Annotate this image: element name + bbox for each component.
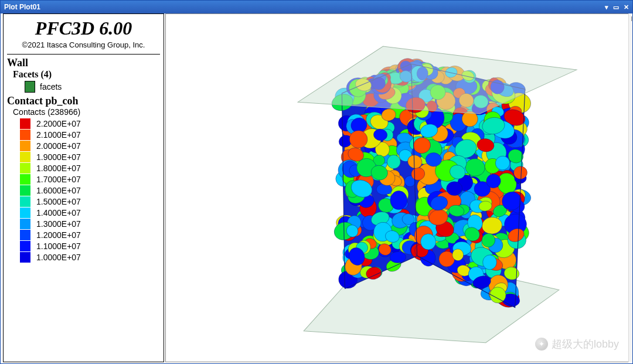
legend-row: 1.1000E+07 [20,240,160,251]
legend-row: 2.1000E+07 [20,129,160,140]
legend-row: 1.5000E+07 [20,196,160,207]
close-icon[interactable]: ✕ [624,4,629,11]
legend-value: 2.2000E+07 [36,119,81,128]
legend-row: 2.0000E+07 [20,140,160,151]
legend-swatch-icon [20,141,30,151]
legend-swatch-icon [20,219,30,229]
dropdown-icon[interactable]: ▾ [605,4,608,11]
legend-value: 1.0000E+07 [36,253,81,262]
legend-swatch-icon [20,163,30,174]
legend-value: 1.1000E+07 [36,241,81,251]
legend-row: 1.0000E+07 [20,251,160,263]
legend-row: 2.2000E+07 [20,118,160,129]
legend-swatch-icon [20,252,30,263]
legend-value: 1.3000E+07 [36,219,81,229]
legend-swatch-icon [20,174,30,185]
legend-row: 1.6000E+07 [20,185,160,196]
titlebar[interactable]: Plot Plot01 ▾ ▭ ✕ [1,1,632,13]
legend-swatch-icon [20,196,30,207]
window-title: Plot Plot01 [4,3,40,11]
facets-legend-item: facets [25,81,160,93]
legend-row: 1.2000E+07 [20,229,160,240]
legend-swatch-icon [20,130,30,140]
app-window: Plot Plot01 ▾ ▭ ✕ PFC3D 6.00 ©2021 Itasc… [0,0,633,364]
legend-row: 1.4000E+07 [20,207,160,218]
wall-facets-sub: Facets (4) [13,69,160,80]
legend-value: 1.4000E+07 [36,208,81,217]
facets-label: facets [40,82,62,91]
legend-row: 1.8000E+07 [20,162,160,174]
color-legend: 2.2000E+072.1000E+072.0000E+071.9000E+07… [7,118,160,263]
legend-value: 1.7000E+07 [36,175,81,184]
legend-value: 1.8000E+07 [36,164,81,173]
wechat-icon: ✦ [535,338,548,351]
top-wall-facet [298,46,577,114]
legend-value: 1.2000E+07 [36,230,81,240]
legend-row: 1.3000E+07 [20,218,160,229]
legend-value: 1.9000E+07 [36,152,81,162]
legend-swatch-icon [20,118,30,129]
window-controls: ▾ ▭ ✕ [605,4,629,11]
watermark-text: 超级大的lobby [552,337,619,351]
legend-value: 1.5000E+07 [36,197,81,206]
watermark: ✦ 超级大的lobby [535,337,619,351]
minimize-icon[interactable]: ▭ [613,4,619,11]
facets-swatch-icon [25,81,35,93]
plot-3d-scene[interactable] [166,14,629,362]
legend-swatch-icon [20,185,30,196]
contact-heading: Contact pb_coh [7,95,160,107]
legend-value: 2.1000E+07 [36,130,81,140]
legend-pane: PFC3D 6.00 ©2021 Itasca Consulting Group… [3,13,164,362]
app-brand-title: PFC3D 6.00 [7,18,160,39]
legend-swatch-icon [20,230,30,240]
wall-heading: Wall [7,57,160,69]
contacts-count: Contacts (238966) [13,107,160,117]
legend-swatch-icon [20,207,30,218]
legend-swatch-icon [20,241,30,251]
divider [7,54,160,55]
right-marker: I [631,16,632,22]
app-brand-subtitle: ©2021 Itasca Consulting Group, Inc. [7,40,160,49]
legend-value: 2.0000E+07 [36,141,81,151]
legend-value: 1.6000E+07 [36,186,81,195]
legend-row: 1.7000E+07 [20,174,160,185]
right-gutter [628,13,632,362]
client-area: PFC3D 6.00 ©2021 Itasca Consulting Group… [1,13,632,362]
svg-point-490 [446,182,462,196]
plot-viewport[interactable]: ✦ 超级大的lobby [165,13,630,362]
legend-swatch-icon [20,152,30,162]
legend-row: 1.9000E+07 [20,151,160,162]
